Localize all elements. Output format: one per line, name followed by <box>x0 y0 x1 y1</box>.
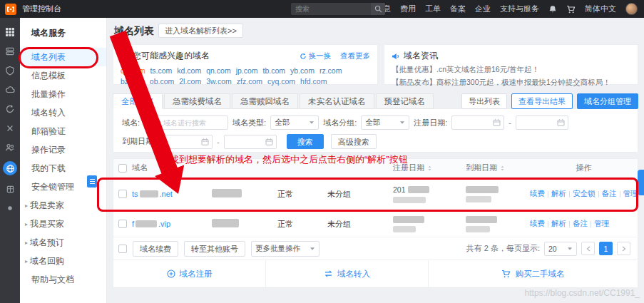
sidebar-item-batch-operation[interactable]: 批量操作 <box>20 85 106 103</box>
shield-icon[interactable] <box>4 65 16 76</box>
expire-date-start-input[interactable] <box>160 135 213 149</box>
close-icon[interactable] <box>4 123 16 134</box>
resolve-link[interactable]: 解析 <box>551 219 566 229</box>
domain-suggestion[interactable]: kd.com <box>177 66 201 75</box>
sort-icon[interactable] <box>426 165 433 172</box>
domain-suggestion[interactable]: qn.com <box>206 66 230 75</box>
transfer-in-link[interactable]: 域名转入 <box>265 260 428 287</box>
renew-link[interactable]: 续费 <box>530 219 545 229</box>
reg-date-label: 注册日期: <box>414 118 447 128</box>
advanced-search-button[interactable]: 高级搜索 <box>331 134 377 149</box>
search-button[interactable]: 搜索 <box>287 134 324 149</box>
globe-icon[interactable] <box>3 161 17 175</box>
domain-name-link[interactable]: f .vip <box>132 220 212 228</box>
topbar-item-billing[interactable]: 费用 <box>400 4 416 14</box>
tab-preregister[interactable]: 预登记域名 <box>376 93 434 109</box>
tab-all-domains[interactable]: 全部域名 <box>113 93 163 109</box>
type-select[interactable]: 全部 <box>270 115 319 130</box>
domain-suggestion[interactable]: hfd.com <box>300 77 327 86</box>
resolve-link[interactable]: 解析 <box>551 189 566 199</box>
domain-suggestion[interactable]: 3w.com <box>206 77 232 86</box>
sidebar-item-seller[interactable]: 我是卖家 <box>20 196 106 215</box>
batch-transfer-button[interactable]: 转至其他账号 <box>184 241 245 257</box>
console-logo-icon[interactable] <box>5 4 16 15</box>
domain-suggestion[interactable]: tb.com <box>263 66 286 75</box>
dns-list-button[interactable]: 进入域名解析列表>> <box>158 24 243 38</box>
package-icon[interactable] <box>4 183 16 195</box>
user-avatar[interactable] <box>625 3 638 15</box>
sidebar-item-domain-preorder[interactable]: 域名预订 <box>20 233 106 252</box>
tab-redeem-urgent[interactable]: 急需赎回域名 <box>232 93 298 109</box>
domain-suggestion[interactable]: cyq.com <box>267 77 295 86</box>
batch-renew-button[interactable]: 域名续费 <box>133 241 178 257</box>
refresh-icon[interactable] <box>4 103 16 115</box>
news-item[interactable]: 【新品发布】商标注册300元起，极速申报最快1分钟提交商标局！ <box>392 78 630 88</box>
domain-suggestion[interactable]: bz.com <box>121 77 145 86</box>
manage-link[interactable]: 管理 <box>623 189 638 199</box>
remark-link[interactable]: 备注 <box>573 219 588 229</box>
bell-icon[interactable] <box>548 5 557 14</box>
reg-date-end-input[interactable] <box>516 115 568 130</box>
manage-link[interactable]: 管理 <box>594 219 609 229</box>
domain-suggestion[interactable]: qd.com <box>121 66 145 75</box>
expire-date-end-input[interactable] <box>224 135 277 149</box>
sidebar-item-buyer[interactable]: 我是买家 <box>20 215 106 233</box>
sidebar-item-domain-transfer-in[interactable]: 域名转入 <box>20 103 106 122</box>
domain-suggestion[interactable]: jp.com <box>236 66 258 75</box>
sidebar-item-info-template[interactable]: 信息模板 <box>20 66 106 85</box>
current-page-button[interactable]: 1 <box>599 242 613 255</box>
select-all-checkbox[interactable] <box>118 164 127 173</box>
sidebar-item-email-verify[interactable]: 邮箱验证 <box>20 122 106 140</box>
tab-renew-urgent[interactable]: 急需续费域名 <box>164 93 230 109</box>
group-select[interactable]: 全部 <box>361 115 409 130</box>
group-manage-button[interactable]: 域名分组管理 <box>577 93 638 109</box>
cart-icon[interactable] <box>566 5 576 14</box>
sidebar-item-operation-log[interactable]: 操作记录 <box>20 140 106 159</box>
domain-suggestion[interactable]: yb.com <box>290 66 315 75</box>
domain-filter-input[interactable] <box>144 115 228 130</box>
team-icon[interactable] <box>4 142 16 153</box>
prev-page-button[interactable] <box>581 242 595 255</box>
news-item[interactable]: 【批量优惠】.cn英文域名注册16元/首年起！ <box>392 65 630 75</box>
domain-suggestion[interactable]: 2l.com <box>179 77 201 86</box>
topbar-item-icp[interactable]: 备案 <box>450 4 466 14</box>
record-dot-icon[interactable] <box>4 202 16 214</box>
tab-unverified[interactable]: 未实名认证域名 <box>300 93 374 109</box>
export-result-button[interactable]: 查看导出结果 <box>511 93 573 109</box>
row-checkbox[interactable] <box>118 190 127 198</box>
renew-link[interactable]: 续费 <box>530 189 545 199</box>
domain-suggestion[interactable]: ob.com <box>150 77 174 86</box>
page-size-select[interactable]: 20 <box>544 242 577 256</box>
domain-suggestion[interactable]: zfz.com <box>237 77 262 86</box>
topbar-item-support[interactable]: 支持与服务 <box>500 4 539 14</box>
reg-date-start-input[interactable] <box>451 115 504 130</box>
next-page-button[interactable] <box>617 242 630 255</box>
batch-select-checkbox[interactable] <box>118 245 127 253</box>
apps-grid-icon[interactable] <box>4 26 16 38</box>
buy-domain-link[interactable]: 购买二手域名 <box>428 260 638 287</box>
sort-icon[interactable] <box>499 165 506 172</box>
language-switch[interactable]: 简体中文 <box>585 4 616 14</box>
cloud-icon[interactable] <box>4 84 16 96</box>
see-more-link[interactable]: 查看更多 <box>340 51 370 61</box>
domain-suggestion[interactable]: ts.com <box>150 66 172 75</box>
refresh-domains-link[interactable]: 换一换 <box>300 51 332 61</box>
feedback-tab[interactable] <box>638 170 644 195</box>
remark-link[interactable]: 备注 <box>602 189 617 199</box>
sidebar-item-domain-list[interactable]: 域名列表 <box>20 48 106 66</box>
domain-suggestion[interactable]: rz.com <box>320 66 342 75</box>
server-icon[interactable] <box>4 46 16 57</box>
search-icon[interactable] <box>371 3 385 15</box>
topbar-item-enterprise[interactable]: 企业 <box>475 4 491 14</box>
sidebar-item-help-docs[interactable]: 帮助与文档 <box>20 270 106 289</box>
security-lock-link[interactable]: 安全锁 <box>573 189 596 199</box>
row-checkbox[interactable] <box>118 220 127 228</box>
more-batch-actions-select[interactable]: 更多批量操作 <box>251 241 320 257</box>
export-list-button[interactable]: 导出列表 <box>461 93 507 109</box>
sidebar-item-domain-buyback[interactable]: 域名回购 <box>20 252 106 270</box>
domain-name-link[interactable]: ts .net <box>132 190 212 198</box>
collapse-handle[interactable] <box>87 175 97 188</box>
search-input[interactable] <box>291 5 371 13</box>
topbar-item-tickets[interactable]: 工单 <box>425 4 441 14</box>
register-domain-link[interactable]: 域名注册 <box>113 260 265 287</box>
